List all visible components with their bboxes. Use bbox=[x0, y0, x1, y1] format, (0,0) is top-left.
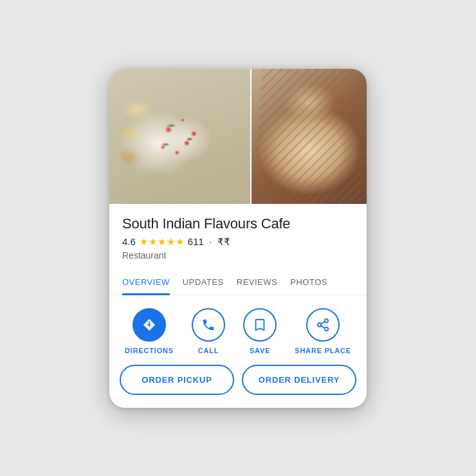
place-card: South Indian Flavours Cafe 4.6 ★ ★ ★ ★ ★… bbox=[109, 69, 367, 408]
stars: ★ ★ ★ ★ ★ bbox=[140, 236, 184, 248]
call-svg bbox=[201, 318, 215, 332]
reviews-price: 611 · ₹₹ bbox=[188, 236, 230, 248]
order-delivery-button[interactable]: ORDER DELIVERY bbox=[242, 365, 356, 395]
photo-section bbox=[109, 69, 367, 204]
svg-line-3 bbox=[321, 325, 325, 328]
photo-right[interactable] bbox=[250, 69, 367, 204]
directions-label: DIRECTIONS bbox=[125, 347, 174, 354]
star-2: ★ bbox=[149, 236, 157, 248]
svg-point-2 bbox=[325, 327, 329, 331]
tabs: OVERVIEW UPDATES REVIEWS PHOTOS bbox=[109, 271, 367, 295]
tab-updates[interactable]: UPDATES bbox=[183, 271, 224, 295]
share-icon bbox=[306, 308, 340, 342]
price-level: ₹₹ bbox=[217, 236, 230, 247]
directions-icon bbox=[133, 308, 166, 342]
star-1: ★ bbox=[140, 236, 148, 248]
action-buttons: DIRECTIONS CALL SAVE bbox=[109, 295, 367, 365]
star-4: ★ bbox=[167, 236, 175, 248]
share-svg bbox=[316, 318, 330, 332]
star-3: ★ bbox=[158, 236, 166, 248]
restaurant-name: South Indian Flavours Cafe bbox=[122, 215, 354, 232]
call-label: CALL bbox=[198, 347, 219, 354]
rating-number: 4.6 bbox=[122, 236, 136, 247]
share-label: SHARE PLACE bbox=[295, 347, 351, 354]
reviews-count: 611 bbox=[188, 236, 204, 247]
call-button[interactable]: CALL bbox=[192, 308, 225, 354]
photo-left[interactable] bbox=[109, 69, 250, 204]
tab-overview[interactable]: OVERVIEW bbox=[122, 271, 170, 295]
save-label: SAVE bbox=[250, 347, 270, 354]
save-icon bbox=[243, 308, 277, 342]
category-label: Restaurant bbox=[122, 250, 354, 261]
order-pickup-button[interactable]: ORDER PICKUP bbox=[120, 365, 234, 395]
tab-reviews[interactable]: REVIEWS bbox=[237, 271, 277, 295]
tab-photos[interactable]: PHOTOS bbox=[290, 271, 327, 295]
save-svg bbox=[253, 318, 267, 332]
directions-svg bbox=[142, 318, 156, 332]
share-button[interactable]: SHARE PLACE bbox=[295, 308, 351, 354]
order-section: ORDER PICKUP ORDER DELIVERY bbox=[109, 365, 367, 408]
call-icon bbox=[192, 308, 225, 342]
star-5-half: ★ bbox=[176, 236, 184, 248]
info-section: South Indian Flavours Cafe 4.6 ★ ★ ★ ★ ★… bbox=[109, 204, 367, 295]
svg-point-0 bbox=[325, 318, 329, 322]
svg-point-1 bbox=[318, 323, 322, 327]
directions-button[interactable]: DIRECTIONS bbox=[125, 308, 174, 354]
rating-row: 4.6 ★ ★ ★ ★ ★ 611 · ₹₹ bbox=[122, 236, 354, 248]
svg-line-4 bbox=[321, 321, 325, 324]
save-button[interactable]: SAVE bbox=[243, 308, 277, 354]
